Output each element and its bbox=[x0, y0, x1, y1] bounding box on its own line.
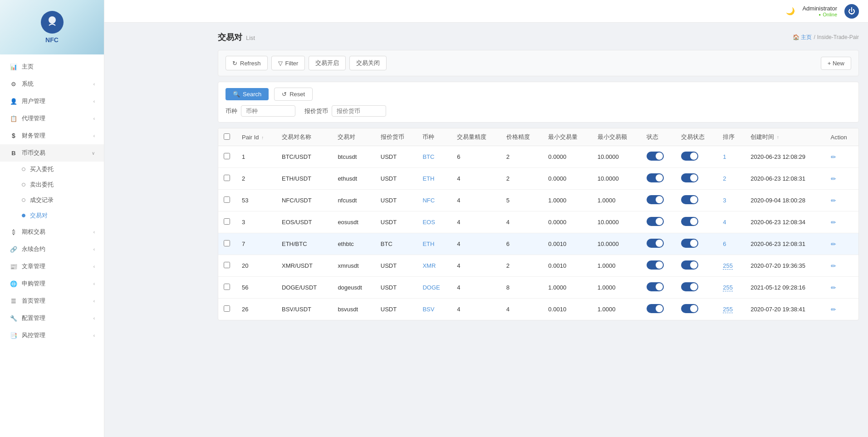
breadcrumb-home[interactable]: 🏠 主页 bbox=[793, 34, 812, 41]
sidebar-item-finance-mgmt[interactable]: $ 财务管理 ‹ bbox=[0, 127, 104, 144]
cell-name: NFC/USDT bbox=[276, 190, 332, 211]
sidebar-item-perpetual[interactable]: 🔗 永续合约 ‹ bbox=[0, 241, 104, 258]
trade-status-toggle[interactable] bbox=[681, 217, 698, 226]
sort-link[interactable]: 2 bbox=[723, 175, 726, 182]
sidebar-sub-sell-order[interactable]: 卖出委托 bbox=[0, 177, 104, 192]
status-toggle[interactable] bbox=[647, 304, 664, 313]
sidebar-item-purchase-mgmt[interactable]: 🌐 申购管理 ‹ bbox=[0, 275, 104, 292]
status-toggle-track[interactable] bbox=[647, 239, 664, 248]
row-checkbox[interactable] bbox=[224, 175, 230, 181]
sort-link[interactable]: 1 bbox=[723, 153, 726, 160]
trade-status-toggle-track[interactable] bbox=[681, 239, 698, 248]
sort-link[interactable]: 255 bbox=[723, 284, 733, 291]
status-toggle-track[interactable] bbox=[647, 152, 664, 161]
sort-link[interactable]: 255 bbox=[723, 306, 733, 313]
sidebar-item-user-mgmt[interactable]: 👤 用户管理 ‹ bbox=[0, 93, 104, 110]
status-toggle-track[interactable] bbox=[647, 217, 664, 226]
status-toggle[interactable] bbox=[647, 195, 664, 204]
trade-status-toggle-track[interactable] bbox=[681, 260, 698, 270]
sidebar-item-homepage-mgmt[interactable]: ☰ 首页管理 ‹ bbox=[0, 292, 104, 309]
status-toggle[interactable] bbox=[647, 217, 664, 226]
status-toggle[interactable] bbox=[647, 260, 664, 270]
edit-icon[interactable]: ✏ bbox=[831, 197, 836, 204]
trade-status-toggle-track[interactable] bbox=[681, 217, 698, 226]
new-button[interactable]: + New bbox=[821, 57, 851, 70]
topbar: 🌙 Administrator Online ⏻ bbox=[104, 0, 868, 23]
trade-status-toggle[interactable] bbox=[681, 195, 698, 204]
power-button[interactable]: ⏻ bbox=[844, 4, 859, 19]
status-toggle[interactable] bbox=[647, 239, 664, 248]
sidebar-sub-trade-pair[interactable]: 交易对 bbox=[0, 208, 104, 223]
edit-icon[interactable]: ✏ bbox=[831, 306, 836, 313]
sidebar-item-futures[interactable]: ₿ 期权交易 ‹ bbox=[0, 223, 104, 241]
sidebar-item-article-mgmt[interactable]: 📰 文章管理 ‹ bbox=[0, 258, 104, 275]
quote-input[interactable] bbox=[332, 105, 386, 117]
sidebar-item-agent-mgmt[interactable]: 📋 代理管理 ‹ bbox=[0, 110, 104, 127]
sidebar-item-system[interactable]: ⚙ 系统 ‹ bbox=[0, 75, 104, 93]
trade-status-toggle-track[interactable] bbox=[681, 195, 698, 204]
sidebar-sub-trade-record[interactable]: 成交记录 bbox=[0, 192, 104, 208]
edit-icon[interactable]: ✏ bbox=[831, 284, 836, 291]
search-button[interactable]: 🔍 Search bbox=[226, 88, 269, 100]
status-toggle[interactable] bbox=[647, 152, 664, 161]
th-pair-id[interactable]: Pair Id ↑ bbox=[236, 128, 276, 146]
status-toggle-thumb bbox=[656, 218, 663, 225]
sort-link[interactable]: 4 bbox=[723, 219, 726, 226]
select-all-checkbox[interactable] bbox=[224, 133, 230, 140]
open-trade-button[interactable]: 交易开启 bbox=[309, 56, 346, 70]
sidebar-sub-buy-order[interactable]: 买入委托 bbox=[0, 162, 104, 177]
sidebar-item-home[interactable]: 📊 主页 bbox=[0, 58, 104, 75]
close-trade-button[interactable]: 交易关闭 bbox=[349, 56, 387, 70]
edit-icon[interactable]: ✏ bbox=[831, 175, 836, 182]
risk-icon: 📑 bbox=[9, 332, 18, 339]
trade-status-toggle[interactable] bbox=[681, 304, 698, 313]
sort-link[interactable]: 255 bbox=[723, 262, 733, 270]
row-checkbox[interactable] bbox=[224, 284, 230, 290]
trade-status-toggle[interactable] bbox=[681, 152, 698, 161]
edit-icon[interactable]: ✏ bbox=[831, 219, 836, 226]
edit-icon[interactable]: ✏ bbox=[831, 241, 836, 248]
reset-button[interactable]: ↺ Reset bbox=[274, 88, 313, 101]
coin-input[interactable] bbox=[241, 105, 295, 117]
status-toggle[interactable] bbox=[647, 282, 664, 291]
edit-icon[interactable]: ✏ bbox=[831, 153, 836, 161]
th-created[interactable]: 创建时间 ↑ bbox=[745, 128, 825, 146]
row-checkbox[interactable] bbox=[224, 196, 230, 203]
sidebar-sub-sell-order-label: 卖出委托 bbox=[30, 181, 54, 189]
edit-icon[interactable]: ✏ bbox=[831, 262, 836, 270]
row-checkbox[interactable] bbox=[224, 305, 230, 312]
refresh-button[interactable]: ↻ Refresh bbox=[226, 56, 268, 70]
status-toggle-track[interactable] bbox=[647, 304, 664, 313]
cell-action: ✏ bbox=[825, 168, 858, 190]
status-toggle-track[interactable] bbox=[647, 282, 664, 291]
topbar-right: 🌙 Administrator Online ⏻ bbox=[786, 4, 859, 19]
sort-link[interactable]: 3 bbox=[723, 197, 726, 204]
status-toggle-track[interactable] bbox=[647, 195, 664, 204]
sidebar-item-coin-trade[interactable]: B 币币交易 ∨ bbox=[0, 144, 104, 162]
trade-status-toggle-thumb bbox=[690, 283, 697, 290]
th-price-precision: 价格精度 bbox=[501, 128, 543, 146]
trade-status-toggle[interactable] bbox=[681, 260, 698, 270]
trade-status-toggle[interactable] bbox=[681, 239, 698, 248]
filter-button[interactable]: ▽ Filter bbox=[271, 56, 305, 70]
status-toggle[interactable] bbox=[647, 173, 664, 182]
sort-link[interactable]: 6 bbox=[723, 241, 726, 247]
trade-status-toggle-track[interactable] bbox=[681, 282, 698, 291]
cell-pair: ethbtc bbox=[332, 233, 375, 255]
trade-status-toggle[interactable] bbox=[681, 282, 698, 291]
status-toggle-track[interactable] bbox=[647, 173, 664, 182]
row-checkbox[interactable] bbox=[224, 153, 230, 159]
trade-status-toggle-track[interactable] bbox=[681, 173, 698, 182]
row-checkbox[interactable] bbox=[224, 262, 230, 268]
status-toggle-track[interactable] bbox=[647, 260, 664, 270]
row-checkbox[interactable] bbox=[224, 240, 230, 246]
trade-status-toggle-track[interactable] bbox=[681, 304, 698, 313]
sidebar-item-config-mgmt[interactable]: 🔧 配置管理 ‹ bbox=[0, 309, 104, 327]
moon-icon[interactable]: 🌙 bbox=[786, 7, 795, 15]
sidebar-item-risk-mgmt[interactable]: 📑 风控管理 ‹ bbox=[0, 327, 104, 344]
sidebar-item-agent-mgmt-label: 代理管理 bbox=[22, 114, 45, 123]
chevron-right-icon: ‹ bbox=[93, 264, 95, 269]
row-checkbox[interactable] bbox=[224, 218, 230, 225]
trade-status-toggle-track[interactable] bbox=[681, 152, 698, 161]
trade-status-toggle[interactable] bbox=[681, 173, 698, 182]
